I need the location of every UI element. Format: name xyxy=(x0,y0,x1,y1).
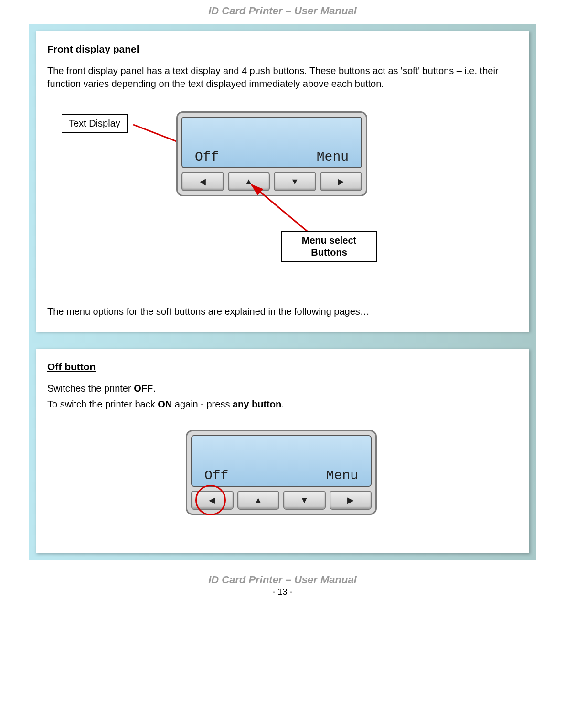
nav-right-button[interactable]: ▶ xyxy=(330,491,372,510)
nav-left-button[interactable]: ◀ xyxy=(181,172,224,191)
page-footer: ID Card Printer – User Manual - 13 - xyxy=(29,560,536,609)
section-title: Off button xyxy=(47,361,518,373)
callout-label: Text Display xyxy=(69,118,120,128)
button-row: ◀ ▲ ▼ ▶ xyxy=(178,170,366,195)
section-closing: The menu options for the soft buttons ar… xyxy=(47,305,518,318)
footer-title: ID Card Printer – User Manual xyxy=(29,574,536,586)
text: To switch the printer back xyxy=(47,399,158,409)
nav-up-button[interactable]: ▲ xyxy=(228,172,270,191)
section-front-display-panel: Front display panel The front display pa… xyxy=(36,31,529,332)
text: . xyxy=(153,383,156,394)
footer-page-number: - 13 - xyxy=(29,587,536,597)
diagram-front-panel: Text Display Off Menu xyxy=(47,109,518,300)
bold-any-button: any button xyxy=(233,399,281,409)
text: . xyxy=(281,399,284,409)
callout-line1: Menu select xyxy=(288,235,370,246)
text: Switches the printer xyxy=(47,383,134,394)
callout-text-display: Text Display xyxy=(62,114,128,133)
nav-right-button[interactable]: ▶ xyxy=(320,172,362,191)
nav-down-button[interactable]: ▼ xyxy=(283,491,326,510)
off-line-1: Switches the printer OFF. xyxy=(47,382,518,395)
lcd-label-off: Off xyxy=(195,150,219,164)
content-frame: Front display panel The front display pa… xyxy=(29,24,536,560)
bold-on: ON xyxy=(158,399,172,409)
nav-down-button[interactable]: ▼ xyxy=(274,172,316,191)
printer-display-module: Off Menu ◀ ▲ ▼ ▶ xyxy=(176,111,367,196)
callout-menu-select: Menu select Buttons xyxy=(281,231,377,262)
text: again - press xyxy=(172,399,233,409)
section-title: Front display panel xyxy=(47,43,518,55)
header-title: ID Card Printer – User Manual xyxy=(29,0,536,24)
off-line-2: To switch the printer back ON again - pr… xyxy=(47,398,518,411)
document-page: ID Card Printer – User Manual Front disp… xyxy=(0,0,565,609)
callout-line2: Buttons xyxy=(288,246,370,258)
section-paragraph: The front display panel has a text displ… xyxy=(47,64,518,90)
lcd-label-menu: Menu xyxy=(326,468,358,483)
section-off-button: Off button Switches the printer OFF. To … xyxy=(36,349,529,553)
lcd-label-menu: Menu xyxy=(317,150,349,164)
diagram-off-button: Off Menu ◀ ▲ ▼ ▶ xyxy=(47,430,518,540)
highlight-circle-off xyxy=(195,485,226,515)
lcd-label-off: Off xyxy=(204,468,228,483)
lcd-screen: Off Menu xyxy=(181,117,362,168)
lcd-screen: Off Menu xyxy=(191,435,372,487)
nav-up-button[interactable]: ▲ xyxy=(237,491,280,510)
bold-off: OFF xyxy=(134,383,153,394)
